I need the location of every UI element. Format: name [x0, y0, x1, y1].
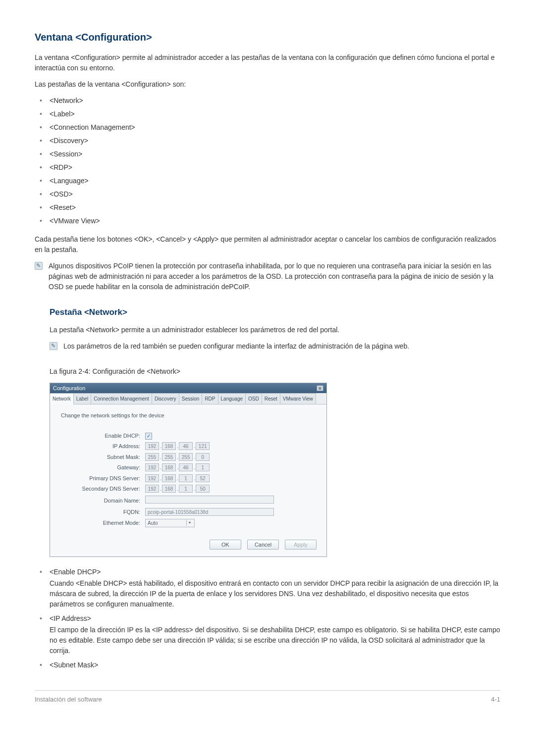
tab-discovery[interactable]: Discovery: [152, 393, 179, 404]
enable-dhcp-checkbox[interactable]: ✓: [145, 433, 152, 440]
ip-octet[interactable]: 192: [145, 474, 159, 482]
ip-octet[interactable]: 168: [162, 463, 176, 471]
definition-term: <Enable DHCP>: [50, 567, 500, 577]
ip-octet[interactable]: 255: [162, 453, 176, 461]
ip-address-field[interactable]: 192.168.46.121: [145, 442, 316, 451]
list-item: <Label>: [35, 109, 500, 119]
definition-desc: Cuando <Enable DHCP> está habilitado, el…: [50, 578, 500, 609]
note-icon: [35, 262, 43, 270]
select-value: Auto: [148, 519, 158, 527]
definition-desc: El campo de la dirección IP es la <IP ad…: [50, 625, 500, 656]
network-section-p1: La pestaña <Network> permite a un admini…: [50, 325, 500, 335]
subnet-mask-label: Subnet Mask:: [61, 453, 145, 461]
window-body: Change the network settings for the devi…: [50, 404, 326, 535]
tab-osd[interactable]: OSD: [246, 393, 262, 404]
ip-octet[interactable]: 46: [179, 463, 193, 471]
footer-right: 4-1: [491, 695, 500, 705]
ip-octet[interactable]: 255: [179, 453, 193, 461]
chevron-down-icon: ▾: [186, 520, 192, 526]
page-footer: Instalación del software 4-1: [35, 690, 500, 705]
primary-dns-label: Primary DNS Server:: [61, 474, 145, 483]
window-instruction: Change the network settings for the devi…: [61, 411, 316, 420]
ip-octet[interactable]: 255: [145, 453, 159, 461]
fqdn-label: FQDN:: [61, 508, 145, 516]
definition-item: <IP Address> El campo de la dirección IP…: [35, 613, 500, 656]
list-item: <Language>: [35, 176, 500, 186]
apply-button[interactable]: Apply: [285, 540, 317, 550]
tab-rdp[interactable]: RDP: [202, 393, 218, 404]
note-text: Los parámetros de la red también se pued…: [63, 341, 500, 352]
note-icon: [50, 342, 57, 350]
ip-octet[interactable]: 0: [196, 453, 210, 461]
after-list-paragraph: Cada pestaña tiene los botones <OK>, <Ca…: [35, 234, 500, 255]
ethernet-mode-select[interactable]: Auto ▾: [145, 519, 195, 527]
ip-octet[interactable]: 1: [196, 463, 210, 471]
enable-dhcp-label: Enable DHCP:: [61, 432, 145, 440]
ip-octet[interactable]: 168: [162, 474, 176, 482]
ip-octet[interactable]: 168: [162, 485, 176, 493]
note-block-1: Algunos dispositivos PCoIP tienen la pro…: [35, 261, 500, 292]
window-button-row: OK Cancel Apply: [50, 535, 326, 556]
tabs-list: <Network> <Label> <Connection Management…: [35, 96, 500, 226]
definition-item: <Subnet Mask>: [35, 660, 500, 670]
ip-octet[interactable]: 121: [196, 442, 210, 450]
tab-vmware-view[interactable]: VMware View: [280, 393, 316, 404]
domain-name-input[interactable]: [145, 496, 274, 504]
ip-octet[interactable]: 192: [145, 463, 159, 471]
ip-octet[interactable]: 168: [162, 442, 176, 450]
ip-octet[interactable]: 50: [196, 485, 210, 493]
tab-session[interactable]: Session: [179, 393, 203, 404]
domain-name-label: Domain Name:: [61, 497, 145, 505]
list-item: <Connection Management>: [35, 122, 500, 133]
network-section-title: Pestaña <Network>: [50, 306, 500, 319]
ip-octet[interactable]: 192: [145, 485, 159, 493]
list-item: <OSD>: [35, 189, 500, 200]
window-titlebar: Configuration ✕: [50, 383, 326, 394]
tab-connection-management[interactable]: Connection Management: [91, 393, 152, 404]
figure-caption: La figura 2-4: Configuración de <Network…: [50, 366, 500, 377]
definition-term: <IP Address>: [50, 613, 500, 624]
footer-left: Instalación del software: [35, 695, 102, 705]
window-title: Configuration: [53, 384, 85, 393]
tab-label[interactable]: Label: [74, 393, 91, 404]
ip-address-label: IP Address:: [61, 442, 145, 451]
tab-network[interactable]: Network: [50, 393, 74, 404]
secondary-dns-label: Secondary DNS Server:: [61, 485, 145, 493]
note-text: Algunos dispositivos PCoIP tienen la pro…: [49, 261, 500, 292]
gateway-label: Gateway:: [61, 463, 145, 472]
list-item: <RDP>: [35, 162, 500, 173]
definitions-list: <Enable DHCP> Cuando <Enable DHCP> está …: [35, 567, 500, 670]
gateway-field[interactable]: 192.168.46.1: [145, 463, 316, 472]
configuration-window: Configuration ✕ Network Label Connection…: [50, 383, 327, 557]
intro-paragraph-2: Las pestañas de la ventana <Configuratio…: [35, 79, 500, 90]
list-item: <VMware View>: [35, 216, 500, 226]
cancel-button[interactable]: Cancel: [247, 540, 279, 550]
list-item: <Network>: [35, 96, 500, 106]
fqdn-input[interactable]: pcoip-portal-101558a0138d: [145, 508, 274, 516]
subnet-mask-field[interactable]: 255.255.255.0: [145, 453, 316, 461]
ip-octet[interactable]: 1: [179, 485, 193, 493]
intro-paragraph-1: La ventana <Configuration> permite al ad…: [35, 52, 500, 73]
secondary-dns-field[interactable]: 192.168.1.50: [145, 485, 316, 493]
note-block-2: Los parámetros de la red también se pued…: [50, 341, 500, 352]
list-item: <Reset>: [35, 202, 500, 213]
ethernet-mode-label: Ethernet Mode:: [61, 519, 145, 527]
close-icon[interactable]: ✕: [317, 385, 323, 391]
ip-octet[interactable]: 46: [179, 442, 193, 450]
definition-item: <Enable DHCP> Cuando <Enable DHCP> está …: [35, 567, 500, 609]
definition-term: <Subnet Mask>: [50, 660, 500, 670]
ip-octet[interactable]: 192: [145, 442, 159, 450]
tab-language[interactable]: Language: [218, 393, 246, 404]
tab-reset[interactable]: Reset: [262, 393, 280, 404]
page-title: Ventana <Configuration>: [35, 30, 500, 45]
window-tabs: Network Label Connection Management Disc…: [50, 393, 326, 404]
ip-octet[interactable]: 52: [196, 474, 210, 482]
list-item: <Discovery>: [35, 136, 500, 146]
ok-button[interactable]: OK: [210, 540, 241, 550]
primary-dns-field[interactable]: 192.168.1.52: [145, 474, 316, 483]
ip-octet[interactable]: 1: [179, 474, 193, 482]
list-item: <Session>: [35, 149, 500, 159]
